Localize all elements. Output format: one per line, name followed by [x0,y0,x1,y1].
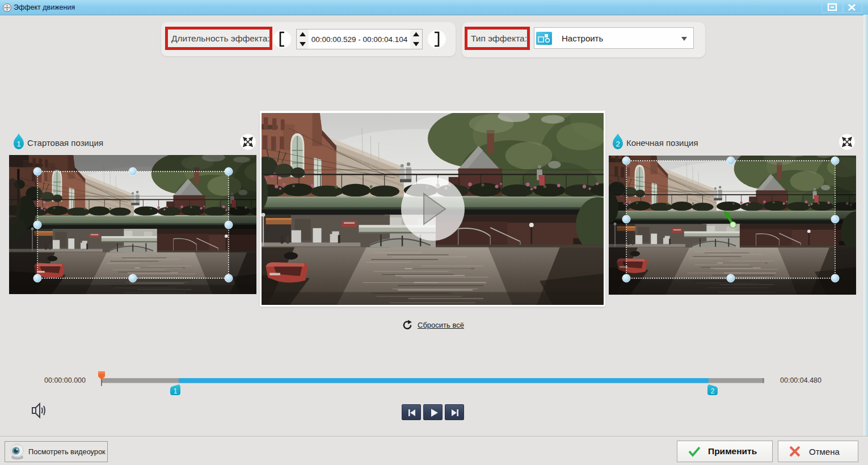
svg-text:2: 2 [711,387,715,395]
svg-text:1: 1 [174,387,178,395]
svg-text:2: 2 [616,140,620,148]
svg-text:1: 1 [16,140,20,148]
